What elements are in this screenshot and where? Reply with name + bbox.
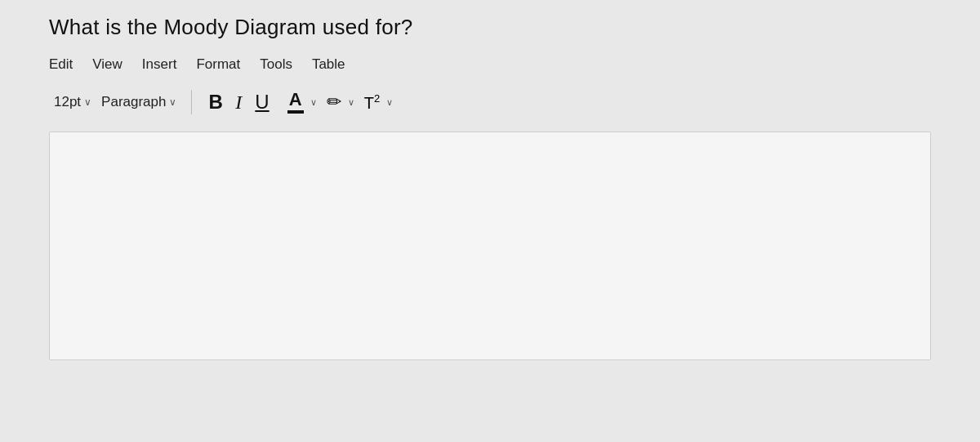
font-size-value: 12pt (54, 94, 81, 110)
superscript-label: T (364, 93, 374, 111)
page-title: What is the Moody Diagram used for? (0, 0, 980, 50)
bold-button[interactable]: B (202, 87, 229, 117)
menu-format[interactable]: Format (196, 55, 240, 74)
pencil-chevron-icon: ∨ (348, 97, 354, 108)
menu-bar: Edit View Insert Format Tools Table (0, 50, 980, 83)
font-color-chevron-icon: ∨ (310, 97, 317, 108)
menu-table[interactable]: Table (312, 55, 345, 74)
pencil-selector[interactable]: ✏ ∨ (322, 90, 354, 114)
toolbar-divider (191, 90, 192, 114)
superscript-chevron-icon: ∨ (386, 97, 393, 108)
font-size-chevron-icon: ∨ (84, 96, 91, 108)
paragraph-chevron-icon: ∨ (169, 96, 176, 108)
menu-view[interactable]: View (92, 55, 122, 74)
font-size-selector[interactable]: 12pt ∨ (49, 91, 96, 114)
paragraph-value: Paragraph (101, 94, 166, 110)
font-color-label: A (289, 91, 302, 109)
paragraph-selector[interactable]: Paragraph ∨ (96, 91, 181, 114)
pencil-button[interactable]: ✏ (322, 90, 346, 114)
underline-button[interactable]: U (248, 87, 275, 117)
superscript-button[interactable]: T2 (359, 91, 385, 114)
font-color-bar (287, 110, 304, 114)
superscript-num: 2 (374, 92, 380, 105)
editor-area[interactable] (49, 132, 931, 360)
toolbar: 12pt ∨ Paragraph ∨ B I U A ∨ ✏ ∨ T2 ∨ (0, 83, 980, 125)
font-color-selector[interactable]: A ∨ (283, 89, 317, 115)
superscript-selector[interactable]: T2 ∨ (359, 91, 393, 114)
menu-edit[interactable]: Edit (49, 55, 73, 74)
italic-button[interactable]: I (229, 88, 248, 117)
menu-insert[interactable]: Insert (142, 55, 177, 74)
menu-tools[interactable]: Tools (260, 55, 292, 74)
font-color-button[interactable]: A (283, 89, 309, 115)
